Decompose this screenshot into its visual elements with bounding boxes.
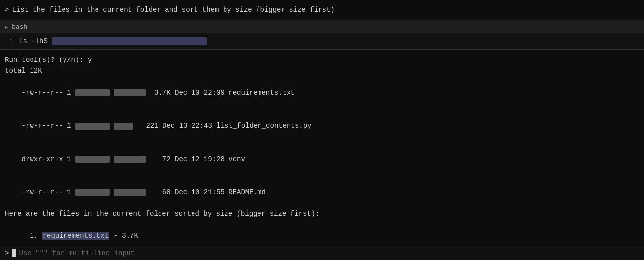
ls-line-1: -rw-r--r-- 1 3.7K Dec 10 22:09 requireme… xyxy=(5,77,639,110)
bash-header: ▶ bash xyxy=(0,20,644,33)
cursor-block xyxy=(12,249,16,257)
summary-line: Here are the files in the current folder… xyxy=(5,208,639,219)
play-icon: ▶ xyxy=(5,24,8,30)
bash-label: bash xyxy=(12,23,27,30)
top-prompt-char: > xyxy=(5,5,9,15)
bottom-prompt-area[interactable]: > Use """ for multi-line input xyxy=(0,246,644,260)
output-section: Run tool(s)? (y/n): y total 12K -rw-r--r… xyxy=(0,50,644,260)
line-number: 1 xyxy=(5,38,13,45)
run-tools-prompt: Run tool(s)? (y/n): y xyxy=(5,55,639,65)
ls-line-3: drwxr-xr-x 1 72 Dec 12 19:28 venv xyxy=(5,143,639,175)
bottom-prompt-char: > xyxy=(5,249,9,257)
top-prompt-area: > List the files in the current folder a… xyxy=(0,0,644,20)
ls-line-4: -rw-r--r-- 1 68 Dec 10 21:55 README.md xyxy=(5,175,639,208)
top-prompt-text: List the files in the current folder and… xyxy=(12,5,334,15)
bottom-placeholder-text: Use """ for multi-line input xyxy=(19,249,134,257)
command-highlight xyxy=(52,37,207,45)
ls-line-2: -rw-r--r-- 1 221 Dec 13 22:43 list_folde… xyxy=(5,110,639,143)
command-line[interactable]: 1 ls -lhS xyxy=(0,33,644,49)
bash-section: ▶ bash 1 ls -lhS xyxy=(0,20,644,50)
command-text: ls -lhS xyxy=(19,37,207,45)
total-line: total 12K xyxy=(5,65,639,76)
